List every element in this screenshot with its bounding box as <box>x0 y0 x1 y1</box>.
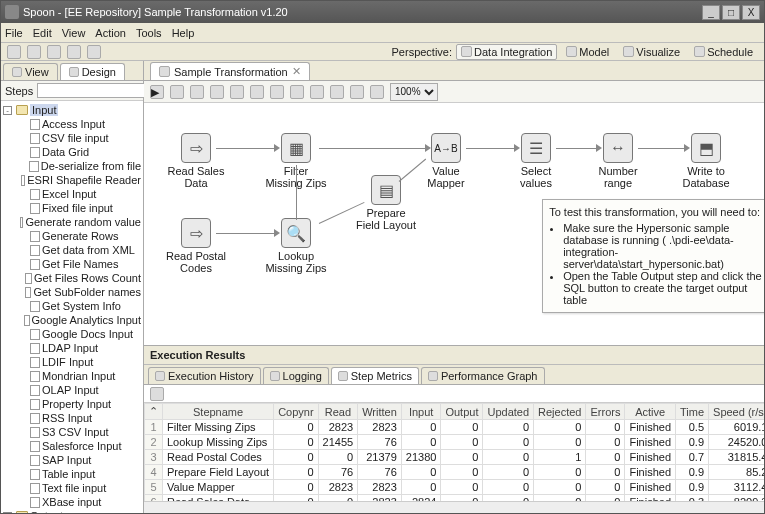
tree-item[interactable]: Generate Rows <box>15 229 143 243</box>
hop[interactable] <box>556 148 598 149</box>
rtab-logging[interactable]: Logging <box>263 367 329 384</box>
perspective-visualize[interactable]: Visualize <box>618 44 685 60</box>
tree-item[interactable]: Get data from XML <box>15 243 143 257</box>
open-icon[interactable] <box>27 45 41 59</box>
tree-item[interactable]: LDAP Input <box>15 341 143 355</box>
step-number-range[interactable]: ↔Number range <box>586 133 650 189</box>
step-read-sales[interactable]: ⇨Read Sales Data <box>164 133 228 189</box>
replay-icon[interactable] <box>250 85 264 99</box>
hop[interactable] <box>638 148 686 149</box>
tree-folder[interactable]: +Output <box>1 509 143 514</box>
pause-icon[interactable] <box>170 85 184 99</box>
rtab-history[interactable]: Execution History <box>148 367 261 384</box>
col-header[interactable]: Speed (r/s) <box>709 404 765 420</box>
tree-item[interactable]: De-serialize from file <box>15 159 143 173</box>
tree-item[interactable]: Table input <box>15 467 143 481</box>
run-icon[interactable]: ▶ <box>150 85 164 99</box>
col-header[interactable]: Updated <box>483 404 534 420</box>
col-header[interactable]: Stepname <box>163 404 274 420</box>
canvas-note[interactable]: To test this transformation, you will ne… <box>542 199 765 313</box>
zoom-fit-icon[interactable] <box>370 85 384 99</box>
perspective-model[interactable]: Model <box>561 44 614 60</box>
preview-icon[interactable] <box>210 85 224 99</box>
tree-item[interactable]: CSV file input <box>15 131 143 145</box>
step-write-db[interactable]: ⬒Write to Database <box>674 133 738 189</box>
canvas[interactable]: ⇨Read Sales Data ▦Filter Missing Zips A→… <box>144 103 765 345</box>
tree-item[interactable]: RSS Input <box>15 411 143 425</box>
stop-icon[interactable] <box>190 85 204 99</box>
tree-item[interactable]: ESRI Shapefile Reader <box>15 173 143 187</box>
table-row[interactable]: 2Lookup Missing Zips0214557600000Finishe… <box>145 435 766 450</box>
tree-item[interactable]: Mondrian Input <box>15 369 143 383</box>
tree-item[interactable]: Google Docs Input <box>15 327 143 341</box>
snapshot-icon[interactable] <box>150 387 164 401</box>
menu-file[interactable]: File <box>5 27 23 39</box>
col-header[interactable]: Output <box>441 404 483 420</box>
col-header[interactable]: Input <box>401 404 441 420</box>
tab-design[interactable]: Design <box>60 63 125 80</box>
tree-item[interactable]: Excel Input <box>15 187 143 201</box>
save-icon[interactable] <box>67 45 81 59</box>
metrics-grid[interactable]: ⌃StepnameCopynrReadWrittenInputOutputUpd… <box>144 403 765 501</box>
tree-item[interactable]: Salesforce Input <box>15 439 143 453</box>
col-header[interactable]: Rejected <box>534 404 586 420</box>
tree-item[interactable]: OLAP Input <box>15 383 143 397</box>
step-read-postal[interactable]: ⇨Read Postal Codes <box>164 218 228 274</box>
table-row[interactable]: 5Value Mapper02823282300000Finished0.931… <box>145 480 766 495</box>
table-row[interactable]: 3Read Postal Codes0021379213800010Finish… <box>145 450 766 465</box>
menu-help[interactable]: Help <box>172 27 195 39</box>
col-header[interactable]: Active <box>625 404 676 420</box>
explore-icon[interactable] <box>47 45 61 59</box>
tree-item[interactable]: Get Files Rows Count <box>15 271 143 285</box>
step-lookup[interactable]: 🔍Lookup Missing Zips <box>264 218 328 274</box>
tree-item[interactable]: Text file input <box>15 481 143 495</box>
tree-item[interactable]: SAP Input <box>15 453 143 467</box>
rtab-performance[interactable]: Performance Graph <box>421 367 545 384</box>
step-select-values[interactable]: ☰Select values <box>504 133 568 189</box>
tree-item[interactable]: XBase input <box>15 495 143 509</box>
collapse-icon[interactable]: - <box>3 106 12 115</box>
tree-item[interactable]: Get File Names <box>15 257 143 271</box>
debug-icon[interactable] <box>230 85 244 99</box>
show-results-icon[interactable] <box>350 85 364 99</box>
new-icon[interactable] <box>7 45 21 59</box>
tab-view[interactable]: View <box>3 63 58 80</box>
tree-item[interactable]: Access Input <box>15 117 143 131</box>
h-scrollbar[interactable] <box>144 501 765 514</box>
sql-icon[interactable] <box>310 85 324 99</box>
explore-db-icon[interactable] <box>330 85 344 99</box>
tree-item[interactable]: Fixed file input <box>15 201 143 215</box>
tree-item[interactable]: Property Input <box>15 397 143 411</box>
table-row[interactable]: 1Filter Missing Zips02823282300000Finish… <box>145 420 766 435</box>
col-header[interactable]: Written <box>358 404 402 420</box>
col-header[interactable]: Errors <box>586 404 625 420</box>
menu-view[interactable]: View <box>62 27 86 39</box>
perspective-schedule[interactable]: Schedule <box>689 44 758 60</box>
hop[interactable] <box>319 148 427 149</box>
col-header[interactable]: Copynr <box>274 404 318 420</box>
maximize-button[interactable]: □ <box>722 5 740 20</box>
impact-icon[interactable] <box>290 85 304 99</box>
col-header[interactable]: Read <box>318 404 358 420</box>
rownum-header[interactable]: ⌃ <box>145 404 163 420</box>
tree-item[interactable]: Get SubFolder names <box>15 285 143 299</box>
tree-item[interactable]: Get System Info <box>15 299 143 313</box>
canvas-tab[interactable]: Sample Transformation ✕ <box>150 62 310 80</box>
tree-item[interactable]: LDIF Input <box>15 355 143 369</box>
tree-item[interactable]: Google Analytics Input <box>15 313 143 327</box>
menu-tools[interactable]: Tools <box>136 27 162 39</box>
step-tree[interactable]: -Input Access InputCSV file inputData Gr… <box>1 101 143 514</box>
minimize-button[interactable]: _ <box>702 5 720 20</box>
tree-item[interactable]: Generate random value <box>15 215 143 229</box>
rtab-step-metrics[interactable]: Step Metrics <box>331 367 419 384</box>
zoom-select[interactable]: 100% <box>390 83 438 101</box>
hop[interactable] <box>296 165 297 220</box>
hop[interactable] <box>216 233 276 234</box>
tree-item[interactable]: Data Grid <box>15 145 143 159</box>
saveas-icon[interactable] <box>87 45 101 59</box>
close-button[interactable]: X <box>742 5 760 20</box>
close-tab-icon[interactable]: ✕ <box>292 65 301 78</box>
tree-item[interactable]: S3 CSV Input <box>15 425 143 439</box>
hop[interactable] <box>216 148 276 149</box>
menu-action[interactable]: Action <box>95 27 126 39</box>
